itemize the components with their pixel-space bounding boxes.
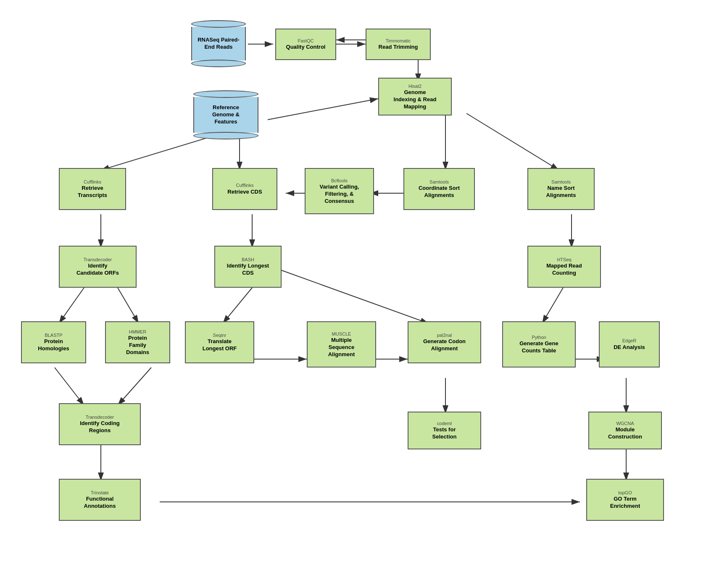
svg-line-15 <box>59 288 84 323</box>
seqinr-node: Seqinr TranslateLongest ORF <box>185 321 254 363</box>
hmmer-tool: HMMER <box>129 329 147 335</box>
cylinder-top <box>191 20 246 28</box>
cylinder-bottom <box>191 60 246 67</box>
rnaseq-label: RNASeq Paired-End Reads <box>191 27 246 60</box>
seqinr-label: TranslateLongest ORF <box>203 338 237 352</box>
svg-line-5 <box>268 99 378 120</box>
svg-line-9 <box>466 113 559 170</box>
htseq-tool: HTSeq <box>557 257 571 262</box>
transdecoder-coding-tool: Transdecoder <box>86 414 114 420</box>
bash-node: BASH Identify LongestCDS <box>214 246 282 288</box>
samtools-name-tool: Samtools <box>551 179 571 185</box>
edger-node: EdgeR DE Analysis <box>599 321 660 368</box>
topgo-node: topGO GO TermEnrichment <box>586 479 664 521</box>
samtools-name-label: Name SortAlignments <box>546 185 576 199</box>
fastqc-label: Quality Control <box>286 44 326 51</box>
codeml-node: codeml Tests forSelection <box>408 412 481 449</box>
samtools-coord-tool: Samtools <box>429 179 449 185</box>
rnaseq-node: RNASeq Paired-End Reads <box>191 20 246 67</box>
transdecoder-orfs-label: IdentifyCandidate ORFs <box>76 262 119 277</box>
trimmomatic-tool: Timmomatic <box>386 38 411 44</box>
cufflinks-transcripts-tool: Cufflinks <box>84 179 101 185</box>
cufflinks-cds-label: Retrieve CDS <box>227 189 262 196</box>
bcftools-label: Variant Calling,Filtering, &Consensus <box>320 184 359 205</box>
fastqc-tool: FastQC <box>298 38 314 44</box>
edger-label: DE Analysis <box>614 344 645 351</box>
ref-cylinder-bottom <box>193 132 258 139</box>
python-counts-tool: Python <box>532 334 546 340</box>
transdecoder-orfs-tool: Transdecoder <box>84 257 112 262</box>
trinotate-tool: Trinotate <box>91 490 109 496</box>
samtools-name-node: Samtools Name SortAlignments <box>527 168 595 210</box>
cufflinks-cds-node: Cufflinks Retrieve CDS <box>212 168 277 210</box>
wgcna-label: ModuleConstruction <box>608 426 642 441</box>
hmmer-label: ProteinFamilyDomains <box>126 335 149 356</box>
codeml-tool: codeml <box>437 420 452 426</box>
topgo-tool: topGO <box>618 490 632 496</box>
blastp-node: BLASTP ProteinHomologies <box>21 321 86 363</box>
cufflinks-transcripts-label: RetrieveTranscripts <box>78 185 107 199</box>
svg-line-17 <box>223 288 252 323</box>
svg-line-20 <box>277 269 429 323</box>
trinotate-node: Trinotate FunctionalAnnotations <box>59 479 141 521</box>
cufflinks-cds-tool: Cufflinks <box>236 182 254 188</box>
htseq-node: HTSeq Mapped ReadCounting <box>527 246 601 288</box>
transdecoder-coding-label: Identify CodingRegions <box>80 420 120 434</box>
blastp-label: ProteinHomologies <box>38 338 69 352</box>
muscle-label: MultipleSequenceAlignment <box>328 337 355 358</box>
bash-label: Identify LongestCDS <box>227 262 269 277</box>
svg-line-6 <box>101 134 219 170</box>
edger-tool: EdgeR <box>622 338 637 344</box>
hisat2-label: GenomeIndexing & ReadMapping <box>394 89 437 110</box>
pal2nal-tool: pal2nal <box>437 332 452 338</box>
svg-line-16 <box>118 288 139 323</box>
bash-tool: BASH <box>242 257 254 262</box>
python-counts-label: Generate GeneCounts Table <box>519 340 558 354</box>
wgcna-tool: WGCNA <box>616 420 634 426</box>
ref-cylinder-top <box>193 90 258 98</box>
muscle-tool: MUSCLE <box>332 331 351 337</box>
transdecoder-coding-node: Transdecoder Identify CodingRegions <box>59 403 141 445</box>
hmmer-node: HMMER ProteinFamilyDomains <box>105 321 170 363</box>
pal2nal-node: pal2nal Generate CodonAlignment <box>408 321 481 363</box>
svg-line-21 <box>542 288 563 323</box>
svg-line-24 <box>118 368 151 405</box>
fastqc-node: FastQC Quality Control <box>275 29 336 60</box>
pal2nal-label: Generate CodonAlignment <box>423 338 466 352</box>
workflow-diagram: RNASeq Paired-End Reads FastQC Quality C… <box>0 0 706 588</box>
codeml-label: Tests forSelection <box>432 426 457 441</box>
samtools-coord-node: Samtools Coordinate SortAlignments <box>403 168 475 210</box>
transdecoder-orfs-node: Transdecoder IdentifyCandidate ORFs <box>59 246 137 288</box>
seqinr-tool: Seqinr <box>213 332 227 338</box>
hisat2-node: Hisat2 GenomeIndexing & ReadMapping <box>378 78 452 116</box>
bcftools-node: Bcftools Variant Calling,Filtering, &Con… <box>305 168 374 214</box>
trinotate-label: FunctionalAnnotations <box>84 496 116 510</box>
hisat2-tool: Hisat2 <box>408 83 421 89</box>
blastp-tool: BLASTP <box>45 332 62 338</box>
muscle-node: MUSCLE MultipleSequenceAlignment <box>307 321 376 368</box>
refgenome-node: ReferenceGenome &Features <box>193 90 258 139</box>
svg-line-23 <box>55 368 84 405</box>
cufflinks-transcripts-node: Cufflinks RetrieveTranscripts <box>59 168 126 210</box>
refgenome-label: ReferenceGenome &Features <box>193 97 258 133</box>
trimmomatic-label: Read Trimming <box>379 44 418 51</box>
python-counts-node: Python Generate GeneCounts Table <box>502 321 576 368</box>
wgcna-node: WGCNA ModuleConstruction <box>588 412 662 449</box>
samtools-coord-label: Coordinate SortAlignments <box>419 185 460 199</box>
trimmomatic-node: Timmomatic Read Trimming <box>366 29 431 60</box>
bcftools-tool: Bcftools <box>331 178 348 184</box>
htseq-label: Mapped ReadCounting <box>546 262 582 277</box>
topgo-label: GO TermEnrichment <box>610 496 640 510</box>
